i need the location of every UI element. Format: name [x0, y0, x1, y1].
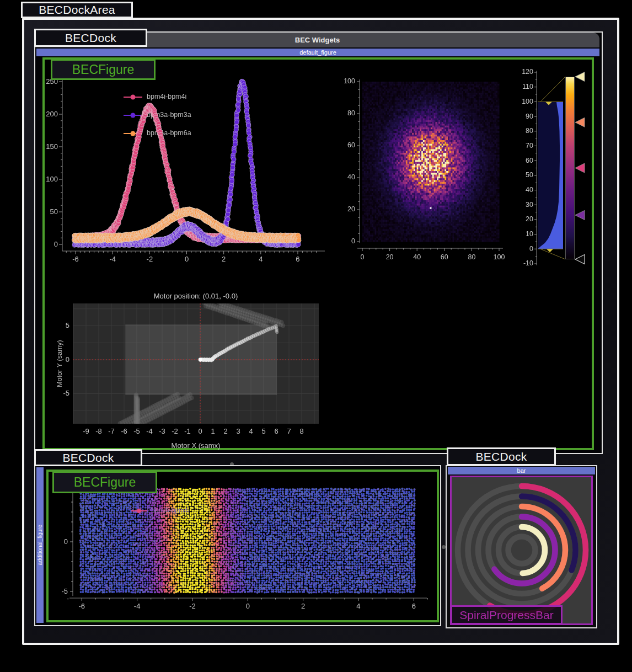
waveform-plot[interactable]	[46, 62, 333, 270]
histogram-lut-widget[interactable]	[515, 64, 591, 277]
dock-bar-debug-label: BECDock	[447, 447, 556, 466]
dock-bar-title-bar[interactable]: bar	[448, 467, 595, 474]
dockarea-label: BECDockArea	[21, 2, 133, 18]
dock-main-title: default_figure	[299, 49, 336, 56]
figure-main-debug-label: BECFigure	[51, 59, 156, 80]
dock-main-title-bar[interactable]: default_figure	[36, 49, 599, 56]
spiral-progress-rings[interactable]	[452, 478, 591, 623]
figure-additional-debug-label: BECFigure	[52, 471, 157, 493]
waterfall-plot[interactable]	[50, 473, 436, 619]
tab-bec-widgets-label: BEC Widgets	[295, 36, 340, 44]
dock-additional-title: additional_figure	[37, 525, 43, 565]
image-plot[interactable]	[338, 66, 522, 268]
dock-bar-title: bar	[517, 467, 526, 474]
dock-additional-debug-label: BECDock	[34, 449, 142, 466]
motor-map-plot[interactable]	[54, 289, 325, 452]
splitter-handle-vertical[interactable]	[442, 545, 446, 549]
dock-additional-title-bar[interactable]: additional_figure	[36, 467, 44, 623]
dock-main-debug-label: BECDock	[34, 29, 147, 47]
spiral-progress-debug-label: SpiralProgressBar	[451, 605, 563, 625]
